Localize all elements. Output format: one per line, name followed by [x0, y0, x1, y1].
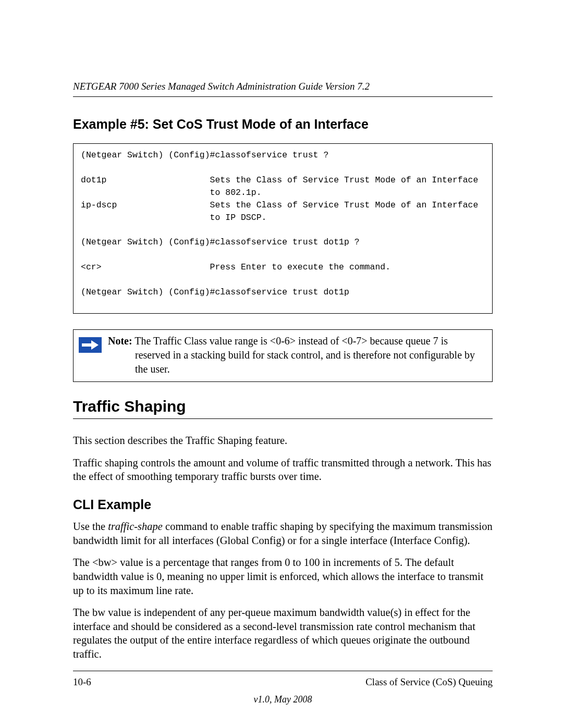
note-label: Note: — [108, 335, 132, 347]
note-content: Note: The Traffic Class value range is <… — [108, 334, 487, 376]
heading-example-5: Example #5: Set CoS Trust Mode of an Int… — [73, 117, 493, 132]
arrow-right-icon — [79, 337, 102, 354]
section-title: Class of Service (CoS) Queuing — [365, 676, 493, 688]
page-number: 10-6 — [73, 676, 91, 688]
note-text-line1: The Traffic Class value range is <0-6> i… — [132, 335, 448, 347]
heading-traffic-shaping: Traffic Shaping — [73, 398, 493, 419]
paragraph: Traffic shaping controls the amount and … — [73, 456, 493, 484]
text: Use the — [73, 521, 108, 532]
code-block-example-5: (Netgear Switch) (Config)#classofservice… — [73, 143, 493, 314]
doc-version: v1.0, May 2008 — [73, 694, 493, 705]
page-footer: 10-6 Class of Service (CoS) Queuing — [73, 671, 493, 688]
paragraph: Use the traffic-shape command to enable … — [73, 520, 493, 547]
document-page: NETGEAR 7000 Series Managed Switch Admin… — [0, 0, 563, 705]
paragraph: The bw value is independent of any per-q… — [73, 606, 493, 661]
paragraph: This section describes the Traffic Shapi… — [73, 434, 493, 448]
note-box: Note: The Traffic Class value range is <… — [73, 329, 493, 382]
heading-cli-example: CLI Example — [73, 497, 493, 512]
running-header: NETGEAR 7000 Series Managed Switch Admin… — [73, 81, 493, 97]
note-text-rest: reserved in a stacking build for stack c… — [108, 348, 487, 376]
command-name: traffic-shape — [108, 521, 163, 532]
paragraph: The <bw> value is a percentage that rang… — [73, 556, 493, 597]
